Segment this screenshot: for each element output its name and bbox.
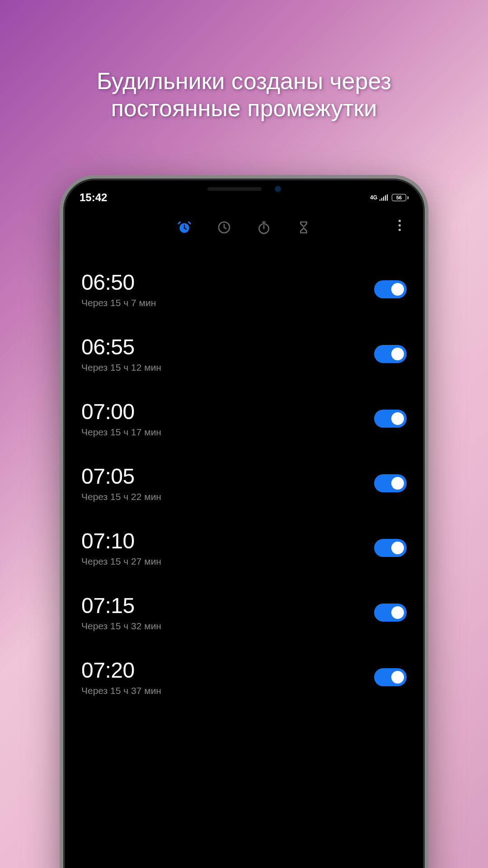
status-right: 4G 56	[370, 194, 408, 201]
toggle-knob	[391, 542, 404, 554]
alarm-subtitle: Через 15 ч 7 мин	[81, 297, 156, 308]
battery-indicator: 56	[392, 194, 408, 201]
alarm-subtitle: Через 15 ч 32 мин	[81, 621, 161, 632]
more-icon	[399, 224, 401, 226]
phone-frame: 15:42 4G 56	[63, 179, 425, 868]
alarm-toggle[interactable]	[374, 280, 407, 298]
alarm-time: 07:15	[81, 593, 161, 618]
alarm-texts: 07:05Через 15 ч 22 мин	[81, 464, 161, 502]
alarm-time: 07:10	[81, 528, 161, 553]
alarm-toggle[interactable]	[374, 410, 407, 428]
alarm-subtitle: Через 15 ч 17 мин	[81, 427, 161, 438]
alarm-item[interactable]: 07:20Через 15 ч 37 мин	[78, 649, 410, 713]
status-time: 15:42	[80, 191, 107, 204]
tab-stopwatch[interactable]	[256, 219, 272, 236]
alarm-toggle[interactable]	[374, 345, 407, 363]
alarm-item[interactable]: 06:55Через 15 ч 12 мин	[78, 326, 410, 390]
toggle-knob	[391, 283, 404, 296]
alarm-subtitle: Через 15 ч 27 мин	[81, 556, 161, 567]
phone-notch	[172, 180, 316, 198]
clock-icon	[217, 220, 231, 235]
tab-bar	[78, 207, 410, 244]
alarm-time: 07:00	[81, 399, 161, 424]
alarm-texts: 07:15Через 15 ч 32 мин	[81, 593, 161, 632]
alarm-toggle[interactable]	[374, 539, 407, 557]
alarm-texts: 07:00Через 15 ч 17 мин	[81, 399, 161, 438]
toggle-knob	[391, 606, 404, 619]
alarm-time: 06:50	[81, 270, 156, 295]
alarm-item[interactable]: 07:05Через 15 ч 22 мин	[78, 455, 410, 519]
alarm-toggle[interactable]	[374, 474, 407, 492]
tab-alarm[interactable]	[176, 219, 192, 236]
alarm-time: 07:20	[81, 658, 161, 683]
tab-timer[interactable]	[296, 219, 312, 236]
toggle-knob	[391, 477, 404, 490]
hourglass-icon	[296, 220, 311, 235]
network-icons: 4G	[370, 194, 388, 201]
network-type: 4G	[370, 194, 377, 201]
toggle-knob	[391, 412, 404, 425]
alarm-list[interactable]: 06:50Через 15 ч 7 мин06:55Через 15 ч 12 …	[78, 244, 410, 713]
promo-title: Будильники созданы через постоянные пром…	[0, 68, 488, 122]
alarm-subtitle: Через 15 ч 37 мин	[81, 685, 161, 696]
alarm-item[interactable]: 06:50Через 15 ч 7 мин	[78, 261, 410, 326]
alarm-texts: 07:20Через 15 ч 37 мин	[81, 658, 161, 696]
alarm-item[interactable]: 07:10Через 15 ч 27 мин	[78, 519, 410, 584]
alarm-texts: 06:55Через 15 ч 12 мин	[81, 335, 161, 373]
alarm-subtitle: Через 15 ч 12 мин	[81, 362, 161, 373]
alarm-time: 06:55	[81, 335, 161, 359]
phone-screen: 15:42 4G 56	[65, 180, 423, 868]
alarm-item[interactable]: 07:00Через 15 ч 17 мин	[78, 390, 410, 455]
alarm-time: 07:05	[81, 464, 161, 489]
signal-icon	[379, 194, 388, 201]
more-icon	[399, 229, 401, 231]
alarm-texts: 07:10Через 15 ч 27 мин	[81, 528, 161, 567]
more-icon	[399, 220, 401, 222]
toggle-knob	[391, 671, 404, 684]
more-button[interactable]	[392, 216, 407, 234]
alarm-toggle[interactable]	[374, 668, 407, 686]
alarm-icon	[177, 220, 192, 235]
tab-clock[interactable]	[216, 219, 232, 236]
front-camera	[275, 186, 281, 192]
alarm-toggle[interactable]	[374, 604, 407, 622]
battery-tip	[408, 196, 408, 199]
battery-level: 56	[392, 194, 406, 201]
stopwatch-icon	[257, 220, 271, 235]
toggle-knob	[391, 348, 404, 360]
speaker	[207, 187, 262, 191]
alarm-texts: 06:50Через 15 ч 7 мин	[81, 270, 156, 308]
alarm-item[interactable]: 07:15Через 15 ч 32 мин	[78, 584, 410, 649]
alarm-subtitle: Через 15 ч 22 мин	[81, 491, 161, 502]
